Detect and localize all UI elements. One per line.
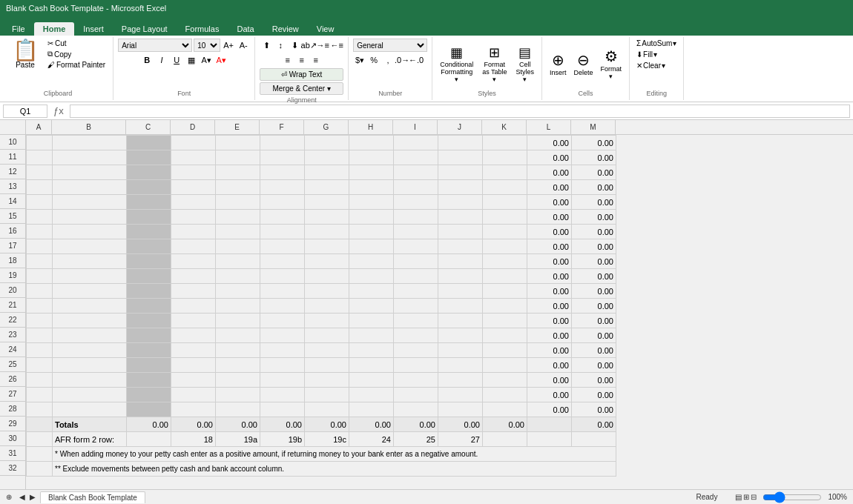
cell-10J[interactable] [438,136,483,150]
row-num-20[interactable]: 20 [0,283,25,298]
sheet-tab-1[interactable]: Blank Cash Book Template [40,491,145,503]
wrap-text-button[interactable]: ⏎ Wrap Text [260,68,343,81]
cell-10A[interactable] [27,136,53,150]
col-header-I[interactable]: I [393,120,438,134]
row-num-30[interactable]: 30 [0,431,25,446]
row-num-19[interactable]: 19 [0,268,25,283]
row-num-10[interactable]: 10 [0,135,25,150]
cell-29J[interactable]: 0.00 [438,417,483,432]
decrease-decimal-button[interactable]: ←.0 [409,53,423,67]
page-break-view-button[interactable]: ⊟ [751,493,757,501]
page-layout-view-button[interactable]: ⊞ [743,493,749,501]
row-num-27[interactable]: 27 [0,387,25,402]
cell-10H[interactable] [349,136,394,150]
cell-30H[interactable]: 24 [349,432,394,447]
cell-29K[interactable]: 0.00 [483,417,527,432]
row-num-12[interactable]: 12 [0,165,25,179]
formula-input[interactable] [70,105,850,118]
fill-button[interactable]: ⬇ Fill ▾ [634,50,659,59]
indent-increase-button[interactable]: →≡ [316,39,329,52]
cell-29I[interactable]: 0.00 [394,417,438,432]
font-name-select[interactable]: Arial Calibri Times New Roman [118,39,192,52]
italic-button[interactable]: I [155,53,168,67]
increase-decimal-button[interactable]: .0→ [395,53,409,67]
cell-29H[interactable]: 0.00 [349,417,394,432]
tab-page-layout[interactable]: Page Layout [113,22,177,36]
cell-styles-button[interactable]: ▤ CellStyles ▾ [513,43,538,84]
cell-29A[interactable] [27,417,53,432]
row-num-25[interactable]: 25 [0,357,25,372]
col-header-F[interactable]: F [260,120,304,134]
increase-font-button[interactable]: A+ [222,39,235,52]
indent-decrease-button[interactable]: ←≡ [330,39,343,52]
col-header-H[interactable]: H [349,120,393,134]
row-num-15[interactable]: 15 [0,209,25,224]
add-sheet-button[interactable]: ⊕ [6,493,12,501]
tab-review[interactable]: Review [263,22,308,36]
cell-31-note[interactable]: * When adding money to your petty cash e… [53,447,616,462]
percent-button[interactable]: % [367,53,381,67]
cut-button[interactable]: ✂ Cut [45,39,108,48]
decrease-font-button[interactable]: A- [237,39,250,52]
format-painter-button[interactable]: 🖌 Format Painter [45,60,108,70]
comma-button[interactable]: , [381,53,395,67]
cell-29D[interactable]: 0.00 [171,417,216,432]
next-sheet-button[interactable]: ▶ [30,493,36,501]
cell-10K[interactable] [483,136,527,150]
row-num-26[interactable]: 26 [0,372,25,387]
currency-button[interactable]: $▾ [353,53,366,67]
format-as-table-button[interactable]: ⊞ Formatas Table ▾ [479,43,510,84]
cell-10M[interactable]: 0.00 [572,136,616,150]
col-header-J[interactable]: J [438,120,482,134]
cell-10F[interactable] [260,136,305,150]
cell-29L[interactable] [527,417,572,432]
align-right-button[interactable]: ≡ [309,53,323,67]
row-num-31[interactable]: 31 [0,446,25,461]
tab-insert[interactable]: Insert [74,22,113,36]
cell-10C[interactable] [127,136,171,150]
row-num-16[interactable]: 16 [0,224,25,239]
cell-30F[interactable]: 19b [260,432,305,447]
cell-10G[interactable] [305,136,349,150]
col-header-A[interactable]: A [26,120,52,134]
cell-10I[interactable] [394,136,438,150]
col-header-K[interactable]: K [482,120,527,134]
prev-sheet-button[interactable]: ◀ [19,493,25,501]
cell-30G[interactable]: 19c [305,432,349,447]
delete-button[interactable]: ⊖ Delete [571,50,596,78]
row-num-24[interactable]: 24 [0,342,25,357]
row-num-14[interactable]: 14 [0,194,25,209]
insert-button[interactable]: ⊕ Insert [547,50,570,78]
text-direction-button[interactable]: ab↗ [302,39,315,52]
font-color-button[interactable]: A▾ [214,53,228,67]
fill-color-button[interactable]: A▾ [200,53,213,67]
row-num-22[interactable]: 22 [0,313,25,328]
cell-29C[interactable]: 0.00 [127,417,171,432]
col-header-B[interactable]: B [52,120,126,134]
cell-30E[interactable]: 19a [216,432,260,447]
cell-29B[interactable]: Totals [53,417,127,432]
autosum-button[interactable]: Σ AutoSum ▾ [634,39,679,48]
align-bottom-button[interactable]: ⬇ [288,39,301,52]
bold-button[interactable]: B [140,53,154,67]
border-button[interactable]: ▦ [185,53,198,67]
col-header-M[interactable]: M [571,120,616,134]
cell-29E[interactable]: 0.00 [216,417,260,432]
row-num-32[interactable]: 32 [0,461,25,476]
tab-home[interactable]: Home [34,22,75,36]
cell-29G[interactable]: 0.00 [305,417,349,432]
row-num-29[interactable]: 29 [0,417,25,431]
row-num-17[interactable]: 17 [0,239,25,253]
normal-view-button[interactable]: ▤ [735,493,742,501]
row-num-18[interactable]: 18 [0,253,25,268]
zoom-slider[interactable] [763,491,822,503]
clear-button[interactable]: ✕ Clear ▾ [634,61,668,70]
cell-30J[interactable]: 27 [438,432,483,447]
format-button[interactable]: ⚙ Format ▾ [598,46,625,82]
tab-data[interactable]: Data [228,22,263,36]
grid-scroll[interactable]: 0.000.00 0.000.00 0.000.00 0.000.00 0.00… [26,135,853,489]
cell-10D[interactable] [171,136,216,150]
underline-button[interactable]: U [170,53,183,67]
tab-view[interactable]: View [308,22,343,36]
number-format-select[interactable]: General Number Currency Percentage [353,39,427,52]
